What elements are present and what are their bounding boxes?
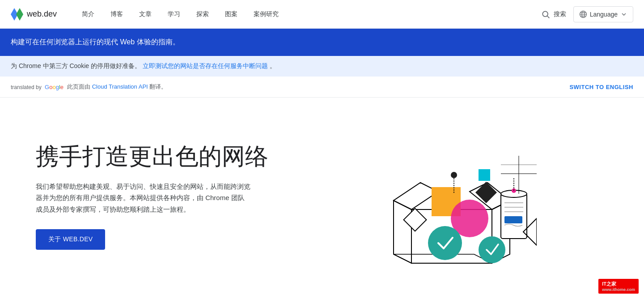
svg-rect-17 xyxy=(404,209,427,231)
svg-line-3 xyxy=(547,16,549,18)
hero-section: 携手打造更出色的网络 我们希望帮助您构建美观、易于访问、快速且安全的网站，从而能… xyxy=(0,98,644,286)
nav-item-learn[interactable]: 学习 xyxy=(161,7,187,22)
search-icon xyxy=(541,10,550,19)
translation-desc: 此页面由 Cloud Translation API 翻译。 xyxy=(67,83,167,91)
svg-point-19 xyxy=(428,226,462,260)
search-label: 搜索 xyxy=(554,10,566,18)
hero-illustration xyxy=(277,124,608,268)
globe-icon xyxy=(579,10,587,18)
hero-description: 我们希望帮助您构建美观、易于访问、快速且安全的网站，从而能跨浏览器并为您的所有用… xyxy=(36,181,250,215)
svg-point-31 xyxy=(451,172,457,178)
google-brand: Google xyxy=(45,84,64,90)
cookie-text-after: 。 xyxy=(270,62,276,70)
svg-point-2 xyxy=(542,11,548,17)
watermark: IT之家 www.ithome.com xyxy=(598,279,639,286)
cookie-link[interactable]: 立即测试您的网站是否存在任何服务中断问题 xyxy=(143,62,268,70)
nav-item-case-studies[interactable]: 案例研究 xyxy=(246,7,286,22)
nav-item-blog[interactable]: 博客 xyxy=(103,7,130,22)
blue-banner: 构建可在任何浏览器上运行的现代 Web 体验的指南。 xyxy=(0,29,644,56)
webdev-logo-icon xyxy=(11,8,23,21)
nav-item-articles[interactable]: 文章 xyxy=(132,7,159,22)
translation-left: translated by Google 此页面由 Cloud Translat… xyxy=(11,83,167,91)
logo-text: web.dev xyxy=(27,9,57,19)
cloud-translation-link[interactable]: Cloud Translation API xyxy=(92,83,148,90)
logo-area[interactable]: web.dev xyxy=(11,8,57,21)
svg-rect-18 xyxy=(475,182,497,203)
language-button[interactable]: Language xyxy=(573,6,633,22)
translated-by-label: translated by Google xyxy=(11,84,64,90)
blue-banner-text: 构建可在任何浏览器上运行的现代 Web 体验的指南。 xyxy=(11,38,180,46)
nav-item-patterns[interactable]: 图案 xyxy=(218,7,245,22)
svg-rect-29 xyxy=(479,169,490,181)
svg-marker-10 xyxy=(394,201,411,263)
language-label: Language xyxy=(590,11,618,18)
hero-illustration-svg xyxy=(349,124,537,268)
main-nav: 简介 博客 文章 学习 探索 图案 案例研究 xyxy=(75,7,541,22)
switch-to-english-button[interactable]: SWITCH TO ENGLISH xyxy=(569,84,633,90)
nav-item-intro[interactable]: 简介 xyxy=(75,7,102,22)
translation-bar: translated by Google 此页面由 Cloud Translat… xyxy=(0,77,644,98)
svg-rect-25 xyxy=(504,216,522,223)
header-right: 搜索 Language xyxy=(541,6,633,22)
header: web.dev 简介 博客 文章 学习 探索 图案 案例研究 搜索 Langua xyxy=(0,0,644,29)
nav-item-explore[interactable]: 探索 xyxy=(189,7,216,22)
hero-cta-button[interactable]: 关于 WEB.DEV xyxy=(36,229,105,250)
svg-point-20 xyxy=(479,236,505,263)
svg-marker-1 xyxy=(16,8,23,21)
chevron-down-icon xyxy=(620,11,627,18)
cookie-notice: 为 Chrome 中第三方 Cookie 的停用做好准备。 立即测试您的网站是否… xyxy=(0,56,644,77)
cookie-text-before: 为 Chrome 中第三方 Cookie 的停用做好准备。 xyxy=(11,62,141,70)
hero-content: 携手打造更出色的网络 我们希望帮助您构建美观、易于访问、快速且安全的网站，从而能… xyxy=(36,142,277,250)
hero-title: 携手打造更出色的网络 xyxy=(36,142,277,170)
watermark-brand: IT之家 xyxy=(602,281,616,286)
search-button[interactable]: 搜索 xyxy=(541,10,566,19)
